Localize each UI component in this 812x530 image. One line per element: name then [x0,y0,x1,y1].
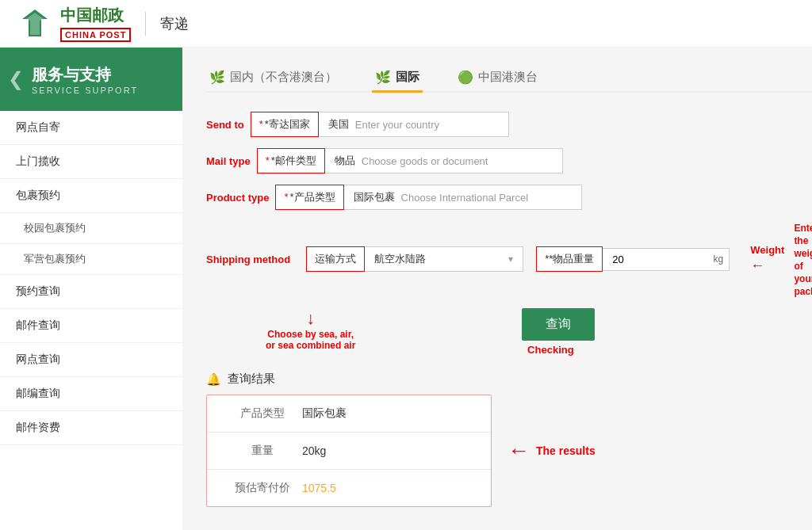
tab-domestic[interactable]: 🌿 国内（不含港澳台） [206,63,340,91]
tab-international[interactable]: 🌿 国际 [372,63,423,91]
results-annotation: The results [536,444,596,457]
mailtype-annotation: Mail type [206,155,251,167]
result-key-1: 重量 [223,444,302,458]
sidebar-title-en: SERVICE SUPPORT [16,86,167,95]
chevron-down-icon: ▾ [508,254,513,265]
result-key-2: 预估寄付价 [223,481,302,495]
result-val-1: 20kg [302,444,475,457]
weight-area: **物品重量 kg [536,246,730,272]
mailtype-prefix: 物品 [335,154,355,168]
tab-hkmacau[interactable]: 🟢 中国港澳台 [454,63,541,91]
results-header: 🔔 查询结果 [206,372,812,387]
sea-air-area: ↓ Choose by sea, air, or sea combined ai… [266,308,355,351]
sidebar-item-xiaoyuan[interactable]: 校园包裹预约 [0,213,182,244]
header-divider [145,12,146,36]
shipping-value: 航空水陆路 [374,252,426,266]
producttype-row: Product type **产品类型 国际包裹 Choose Internat… [206,185,812,210]
main-layout: 服务与支持 SERVICE SUPPORT 网点自寄 上门揽收 包裹预约 校园包… [0,48,812,530]
results-row-weight: 重量 20kg [207,433,491,470]
query-btn-area: 查询 Checking [506,308,595,356]
sendto-placeholder: Enter your country [355,119,439,131]
results-row-producttype: 产品类型 国际包裹 [207,395,491,433]
shipping-annotation: Shipping method [206,254,290,265]
sendto-prefix: 美国 [328,117,349,132]
china-post-logo-icon [16,8,54,40]
weight-unit: kg [714,254,724,265]
sidebar-title-cn: 服务与支持 [16,64,167,86]
producttype-prefix: 国际包裹 [354,190,395,204]
weight-annotation-area: Weight ← Enter the weight of your packag… [750,221,812,297]
results-row-price: 预估寄付价 1075.5 [207,470,491,506]
header-subtitle: 寄递 [160,14,189,33]
sendto-annotation: Send to [206,119,244,131]
arrow-results-icon: ← [508,438,530,463]
shipping-weight-row: Shipping method 运输方式 航空水陆路 ▾ **物品重量 [206,221,812,297]
results-title: 查询结果 [228,372,275,387]
sidebar-item-youbianchaxun[interactable]: 邮编查询 [0,377,182,411]
result-val-0: 国际包裹 [302,406,475,421]
shipping-select[interactable]: 航空水陆路 ▾ [365,246,523,272]
mailtype-input[interactable]: 物品 Choose goods or document [325,148,563,173]
svg-rect-3 [24,24,29,25]
results-table: 产品类型 国际包裹 重量 20kg 预估寄付价 1075.5 [206,395,492,507]
producttype-annotation: Product type [206,192,269,204]
weight-annotation: Weight [750,244,784,256]
logo-en-text: CHINA POST [60,28,131,42]
producttype-label: **产品类型 [275,185,343,210]
weight-input[interactable] [603,248,730,271]
sidebar-item-junying[interactable]: 军营包裹预约 [0,244,182,275]
bell-icon: 🔔 [206,372,221,387]
leaf-icon-domestic: 🌿 [209,70,225,85]
results-arrow-area: ← The results [508,438,596,463]
weight-label: **物品重量 [536,246,603,272]
page-header: 中国邮政 CHINA POST 寄递 [0,0,812,48]
checking-annotation: Checking [527,344,574,356]
producttype-placeholder: Choose International Parcel [401,192,528,204]
mailtype-row: Mail type **邮件类型 物品 Choose goods or docu… [206,148,812,173]
results-section: 🔔 查询结果 产品类型 国际包裹 重量 20kg [206,372,812,507]
query-button[interactable]: 查询 [522,308,595,341]
enter-weight-annotation: Enter the weight of your package [794,223,812,297]
mailtype-placeholder: Choose goods or document [362,155,488,167]
mailtype-label: **邮件类型 [257,148,325,173]
weight-input-wrap: kg [603,248,730,271]
form-section: Send to **寄达国家 美国 Enter your country Mai… [206,112,812,507]
sea-air-annotation-row: ↓ Choose by sea, air, or sea combined ai… [206,308,812,356]
results-area: 产品类型 国际包裹 重量 20kg 预估寄付价 1075.5 [206,395,812,507]
sidebar-item-shangmen[interactable]: 上门揽收 [0,145,182,179]
producttype-input[interactable]: 国际包裹 Choose International Parcel [344,185,582,210]
tab-bar: 🌿 国内（不含港澳台） 🌿 国际 🟢 中国港澳台 [206,63,812,93]
logo-cn-text: 中国邮政 CHINA POST [60,5,131,42]
sendto-input[interactable]: 美国 Enter your country [319,112,509,137]
sidebar-item-yuyuechaxun[interactable]: 预约查询 [0,275,182,309]
sidebar-item-wangdianchaxun[interactable]: 网点查询 [0,343,182,377]
sidebar-item-youjianzifei[interactable]: 邮件资费 [0,411,182,445]
sidebar-menu: 网点自寄 上门揽收 包裹预约 校园包裹预约 军营包裹预约 预约查询 邮件查询 网… [0,111,182,445]
sidebar-header: 服务与支持 SERVICE SUPPORT [0,48,182,111]
sendto-label: **寄达国家 [251,112,319,137]
arrow-weight-icon: ← [750,257,784,274]
shipping-label: 运输方式 [306,246,365,272]
arrow-sea-air-icon: ↓ [306,308,315,329]
sea-air-annotation: Choose by sea, air, or sea combined air [266,329,355,351]
sendto-row: Send to **寄达国家 美国 Enter your country [206,112,812,137]
leaf-icon-international: 🌿 [375,70,391,85]
svg-rect-4 [41,24,46,25]
result-key-0: 产品类型 [223,406,302,421]
result-val-2: 1075.5 [302,482,475,494]
content-area: 🌿 国内（不含港澳台） 🌿 国际 🟢 中国港澳台 Send to **寄达国家 [182,48,812,530]
sidebar: 服务与支持 SERVICE SUPPORT 网点自寄 上门揽收 包裹预约 校园包… [0,48,182,530]
sidebar-item-youjianchaxun[interactable]: 邮件查询 [0,309,182,343]
circle-icon-hkmacau: 🟢 [458,70,473,85]
shipping-left: 运输方式 航空水陆路 ▾ [306,246,523,272]
logo-area: 中国邮政 CHINA POST 寄递 [16,5,189,42]
sidebar-item-baoguoyuyue[interactable]: 包裹预约 [0,179,182,213]
sidebar-item-wangdian[interactable]: 网点自寄 [0,111,182,145]
